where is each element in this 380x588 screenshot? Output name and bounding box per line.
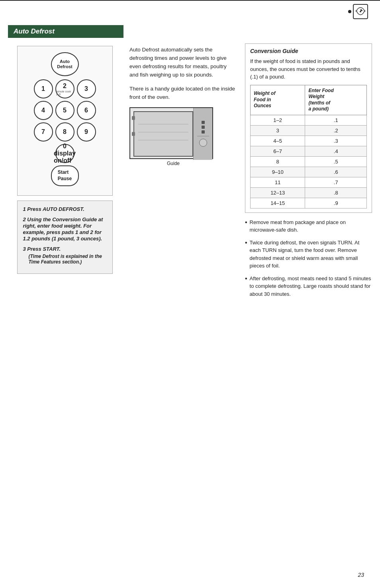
table-row: 9–10.6 [251, 167, 367, 177]
keypad-container: AutoDefrost 1 2 minute cook 1–6 3 4 5 6 … [17, 46, 113, 196]
tenths-cell: .6 [305, 167, 367, 177]
step-1-number: 1 [23, 206, 27, 212]
panel-button-1 [202, 121, 205, 124]
table-row: 12–13.8 [251, 187, 367, 198]
ounces-cell: 1–2 [251, 115, 305, 125]
zero-row: 0 display on/off [22, 144, 108, 163]
key-0[interactable]: 0 display on/off [55, 144, 74, 163]
tenths-cell: .2 [305, 125, 367, 136]
steps-list: 1 Press AUTO DEFROST. 2 Using the Conver… [17, 201, 113, 274]
logo-icon [353, 4, 368, 19]
step-3-number: 3 [23, 246, 27, 252]
table-row: 4–5.3 [251, 136, 367, 146]
step-2-text: Using the Conversion Guide at right, ent… [23, 216, 103, 242]
key-1[interactable]: 1 [34, 79, 53, 98]
key-9[interactable]: 9 [77, 122, 96, 142]
step-2-number: 2 [23, 216, 27, 222]
microwave-illustration [129, 107, 213, 159]
key-6[interactable]: 6 [77, 101, 96, 120]
ounces-cell: 14–15 [251, 198, 305, 208]
list-item: Remove meat from package and place on mi… [245, 218, 372, 234]
description-para-1: Auto Defrost automatically sets the defr… [129, 46, 237, 79]
tenths-cell: .4 [305, 146, 367, 156]
left-panel: AutoDefrost 1 2 minute cook 1–6 3 4 5 6 … [8, 42, 121, 303]
tenths-cell: .8 [305, 187, 367, 198]
table-row: 6–7.4 [251, 146, 367, 156]
page-number: 23 [358, 572, 364, 578]
ounces-cell: 11 [251, 177, 305, 187]
guide-label: Guide [129, 161, 217, 166]
col2-header: Enter FoodWeight(tenths ofa pound) [305, 85, 367, 115]
tenths-cell: .5 [305, 156, 367, 167]
microwave-illustration-wrapper: Guide [129, 107, 217, 166]
hinge-top [132, 116, 135, 120]
start-pause-row: StartPause [22, 165, 108, 186]
table-row: 8.5 [251, 156, 367, 167]
key-2[interactable]: 2 minute cook 1–6 [55, 79, 74, 98]
key-5[interactable]: 5 [55, 101, 74, 120]
tenths-cell: .7 [305, 177, 367, 187]
list-item: Twice during defrost, the oven signals T… [245, 239, 372, 270]
conversion-box: Conversion Guide If the weight of food i… [245, 43, 372, 213]
key-3[interactable]: 3 [77, 79, 96, 98]
key-7[interactable]: 7 [34, 122, 53, 142]
panel-button-2 [202, 126, 205, 129]
auto-defrost-btn-row: AutoDefrost [22, 52, 108, 76]
conversion-table: Weight ofFood inOunces Enter FoodWeight(… [250, 85, 367, 208]
top-border [0, 0, 380, 3]
step-2: 2 Using the Conversion Guide at right, e… [23, 216, 107, 242]
middle-panel: Auto Defrost automatically sets the defr… [129, 42, 237, 303]
ounces-cell: 12–13 [251, 187, 305, 198]
microwave-hinges [132, 116, 135, 136]
start-pause-button[interactable]: StartPause [51, 165, 79, 186]
ounces-cell: 4–5 [251, 136, 305, 146]
keypad-row-3: 7 8 9 [22, 122, 108, 142]
table-row: 11.7 [251, 177, 367, 187]
logo-area [348, 4, 368, 19]
logo-dot [348, 10, 351, 13]
step-3: 3 Press START. (Time Defrost is explaine… [23, 246, 107, 265]
hinge-bottom [132, 132, 135, 136]
main-content: AutoDefrost 1 2 minute cook 1–6 3 4 5 6 … [0, 42, 380, 303]
ounces-cell: 6–7 [251, 146, 305, 156]
right-panel: Conversion Guide If the weight of food i… [245, 42, 372, 303]
tenths-cell: .1 [305, 115, 367, 125]
tenths-cell: .3 [305, 136, 367, 146]
description-para-2: There is a handy guide located on the in… [129, 85, 237, 102]
panel-button-3 [202, 130, 205, 134]
ounces-cell: 8 [251, 156, 305, 167]
step-3-text: Press START. [27, 246, 61, 252]
auto-defrost-button[interactable]: AutoDefrost [51, 52, 79, 76]
conversion-intro: If the weight of food is stated in pound… [250, 57, 367, 81]
keypad-row-2: 4 5 6 [22, 101, 108, 120]
table-row: 14–15.9 [251, 198, 367, 208]
key-8[interactable]: 8 [55, 122, 74, 142]
section-title: Auto Defrost [8, 25, 123, 38]
svg-point-0 [360, 11, 361, 12]
bullet-list: Remove meat from package and place on mi… [245, 218, 372, 298]
microwave-panel [193, 108, 212, 160]
key-4[interactable]: 4 [34, 101, 53, 120]
table-row: 1–2.1 [251, 115, 367, 125]
tenths-cell: .9 [305, 198, 367, 208]
conversion-title: Conversion Guide [250, 48, 367, 54]
list-item: After defrosting, most meats need to sta… [245, 275, 372, 298]
microwave-door [133, 111, 193, 157]
ounces-cell: 3 [251, 125, 305, 136]
ounces-cell: 9–10 [251, 167, 305, 177]
keypad-row-1: 1 2 minute cook 1–6 3 [22, 79, 108, 98]
col1-header: Weight ofFood inOunces [251, 85, 305, 115]
step-1-text: Press AUTO DEFROST. [27, 206, 84, 212]
step-1: 1 Press AUTO DEFROST. [23, 206, 107, 212]
step-3-sub: (Time Defrost is explained in the Time F… [29, 254, 107, 265]
table-row: 3.2 [251, 125, 367, 136]
